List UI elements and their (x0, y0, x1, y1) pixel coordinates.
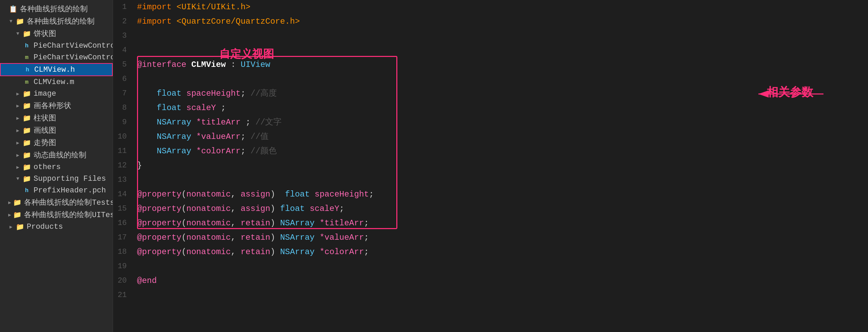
line-number: 4 (113, 43, 134, 58)
sidebar-item-label: PrefixHeader.pch (34, 186, 106, 195)
sidebar-item-supporting[interactable]: 📁 Supporting Files (0, 173, 113, 185)
line-content: NSArray *valueArr; //值 (134, 130, 868, 144)
sidebar-item-label: 动态曲线的绘制 (34, 150, 86, 160)
code-editor[interactable]: 1 #import <UIKit/UIKit.h> 2 #import <Qua… (113, 0, 868, 332)
sidebar-item-uitests[interactable]: 📁 各种曲线折线的绘制UITests (0, 209, 113, 221)
code-line-5: 5 @interface CLMView : UIView (113, 58, 868, 72)
sidebar-item-clmview-h[interactable]: h CLMView.h (0, 63, 113, 76)
code-line-6: 6 (113, 72, 868, 86)
sidebar-item-label: 各种曲线折线的绘制UITests (24, 210, 113, 220)
sidebar-item-pch[interactable]: h PrefixHeader.pch (0, 185, 113, 196)
line-content: @interface CLMView : UIView (134, 58, 868, 72)
m-file-icon: m (22, 52, 32, 62)
triangle-icon (15, 140, 21, 145)
code-line-8: 8 float scaleY ; (113, 101, 868, 115)
triangle-icon (8, 19, 14, 24)
line-content (134, 259, 868, 274)
code-line-9: 9 NSArray *titleArr ; //文字 (113, 115, 868, 130)
pch-file-icon: h (22, 186, 32, 195)
triangle-icon (15, 164, 21, 170)
sidebar-item-main-folder[interactable]: 📁 各种曲线折线的绘制 (0, 15, 113, 27)
sidebar-item-pie-m[interactable]: m PieChartViewController.m (0, 51, 113, 63)
code-line-15: 15 @property(nonatomic, assign) float sc… (113, 202, 868, 216)
code-line-1: 1 #import <UIKit/UIKit.h> (113, 0, 868, 14)
line-number: 15 (113, 202, 134, 216)
sidebar-item-line[interactable]: 📁 画线图 (0, 124, 113, 137)
line-number: 18 (113, 245, 134, 259)
folder-icon: 📁 (15, 16, 25, 26)
code-line-4: 4 (113, 43, 868, 58)
sidebar-item-pie-h[interactable]: h PieChartViewController.h (0, 40, 113, 51)
folder-icon: 📁 (12, 198, 22, 207)
sidebar-item-root[interactable]: 📋 各种曲线折线的绘制 (0, 3, 113, 15)
line-number: 2 (113, 14, 134, 29)
sidebar-item-others[interactable]: 📁 others (0, 161, 113, 173)
line-number: 10 (113, 130, 134, 144)
code-line-10: 10 NSArray *valueArr; //值 (113, 130, 868, 144)
code-line-14: 14 @property(nonatomic, assign) float sp… (113, 187, 868, 202)
sidebar-item-image[interactable]: 📁 image (0, 88, 113, 99)
code-line-19: 19 (113, 259, 868, 274)
code-line-17: 17 @property(nonatomic, retain) NSArray … (113, 230, 868, 245)
sidebar-item-pie-folder[interactable]: 📁 饼状图 (0, 27, 113, 40)
folder-icon: 📁 (22, 126, 32, 135)
line-number: 13 (113, 173, 134, 187)
sidebar-item-bar[interactable]: 📁 柱状图 (0, 112, 113, 124)
line-number: 19 (113, 259, 134, 274)
code-line-20: 20 @end (113, 274, 868, 288)
sidebar-item-label: image (34, 90, 56, 98)
line-content: @property(nonatomic, assign) float scale… (134, 202, 868, 216)
triangle-icon (15, 103, 21, 108)
h-file-icon: h (22, 41, 32, 50)
sidebar-item-clmview-m[interactable]: m CLMView.m (0, 76, 113, 88)
code-line-7: 7 float spaceHeight; //高度 (113, 86, 868, 101)
sidebar-item-products[interactable]: 📁 Products (0, 221, 113, 233)
file-navigator[interactable]: 📋 各种曲线折线的绘制 📁 各种曲线折线的绘制 📁 饼状图 h PieChart… (0, 0, 113, 332)
line-number: 6 (113, 72, 134, 86)
code-line-21: 21 (113, 288, 868, 303)
folder-icon: 📁 (22, 29, 32, 38)
folder-icon: 📁 (22, 89, 32, 98)
triangle-icon (15, 128, 21, 133)
sidebar-item-label: 各种曲线折线的绘制 (20, 4, 88, 14)
sidebar-item-dynamic[interactable]: 📁 动态曲线的绘制 (0, 149, 113, 161)
line-number: 3 (113, 29, 134, 43)
folder-icon: 📁 (22, 150, 32, 160)
line-content: @property(nonatomic, assign) float space… (134, 187, 868, 202)
triangle-icon (8, 224, 14, 229)
line-number: 20 (113, 274, 134, 288)
line-number: 8 (113, 101, 134, 115)
triangle-icon (8, 212, 11, 217)
code-content: 1 #import <UIKit/UIKit.h> 2 #import <Qua… (113, 0, 868, 332)
code-line-2: 2 #import <QuartzCore/QuartzCore.h> (113, 14, 868, 29)
sidebar-item-label: 柱状图 (34, 113, 56, 123)
code-line-16: 16 @property(nonatomic, retain) NSArray … (113, 216, 868, 230)
line-content (134, 29, 868, 43)
sidebar-item-label: PieChartViewController.m (34, 53, 113, 62)
line-number: 16 (113, 216, 134, 230)
sidebar-item-label: 各种曲线折线的绘制 (27, 16, 95, 26)
sidebar-item-tests[interactable]: 📁 各种曲线折线的绘制Tests (0, 196, 113, 209)
line-number: 11 (113, 144, 134, 158)
line-number: 7 (113, 86, 134, 101)
line-content: float scaleY ; (134, 101, 868, 115)
sidebar-item-label: 画各种形状 (34, 100, 71, 111)
folder-icon: 📁 (22, 113, 32, 123)
folder-icon: 📁 (22, 174, 32, 183)
sidebar-item-shapes[interactable]: 📁 画各种形状 (0, 99, 113, 112)
project-icon: 📋 (8, 4, 18, 14)
h-file-icon: h (23, 65, 32, 74)
sidebar-item-trend[interactable]: 📁 走势图 (0, 137, 113, 149)
code-line-13: 13 (113, 173, 868, 187)
folder-icon: 📁 (12, 210, 22, 220)
sidebar-item-label: PieChartViewController.h (34, 42, 113, 50)
line-content: } (134, 158, 868, 173)
code-line-3: 3 (113, 29, 868, 43)
triangle-icon (15, 115, 21, 121)
sidebar-item-label: Products (27, 223, 63, 231)
line-content: #import <UIKit/UIKit.h> (134, 0, 868, 14)
line-content (134, 288, 868, 303)
sidebar-item-label: others (34, 163, 61, 171)
sidebar-item-label: 画线图 (34, 125, 56, 135)
triangle-icon (8, 200, 11, 205)
